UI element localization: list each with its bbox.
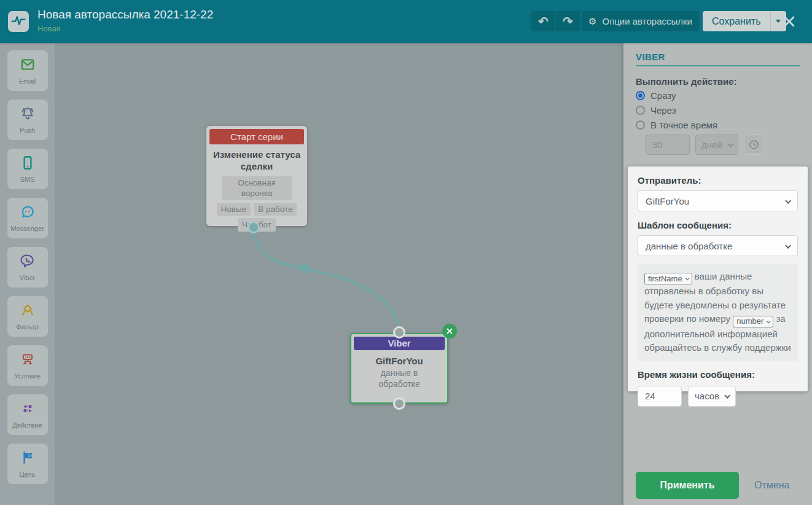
sender-select[interactable]: GiftForYou — [638, 190, 798, 211]
viber-node-output-port[interactable] — [393, 397, 405, 410]
radio-after-delay[interactable]: Через — [636, 105, 717, 115]
email-icon — [20, 57, 36, 75]
save-button-label: Сохранить — [712, 16, 761, 27]
sidebar-item-label: Email — [19, 77, 36, 85]
sidebar-item-email[interactable]: Email — [7, 50, 48, 91]
radio-icon — [636, 120, 645, 130]
start-node-title: Изменение статуса сделки — [206, 149, 307, 173]
radio-exact-time[interactable]: В точное время — [636, 120, 717, 130]
chevron-down-icon — [685, 276, 689, 281]
flow-canvas[interactable]: Старт серии Изменение статуса сделки Осн… — [55, 43, 623, 505]
variable-select-number[interactable]: number — [733, 316, 773, 327]
sender-label: Отправитель: — [638, 175, 798, 186]
chevron-down-icon — [727, 141, 733, 147]
close-x-icon — [783, 15, 796, 28]
close-button[interactable] — [783, 15, 796, 28]
tag: Новые — [217, 203, 251, 216]
variable-select-firstname[interactable]: firstName — [644, 273, 692, 284]
redo-button[interactable]: ↷ — [556, 11, 580, 31]
sidebar-item-label: SMS — [20, 176, 35, 183]
ttl-row: часов — [638, 386, 798, 407]
page-subtitle: Новая — [37, 24, 61, 33]
gear-icon: ⚙ — [588, 17, 596, 26]
delete-node-button[interactable] — [442, 324, 457, 339]
viber-node-input-port[interactable] — [393, 326, 405, 339]
chevron-down-icon — [785, 197, 791, 203]
chevron-down-icon — [724, 393, 730, 399]
delay-unit-value: дней — [701, 139, 722, 150]
start-node-output-port[interactable] — [248, 221, 260, 233]
options-button-label: Опции авторассылки — [602, 16, 692, 26]
radio-label: Сразу — [650, 90, 676, 101]
sidebar-item-push[interactable]: Push — [7, 100, 48, 140]
radio-selected-icon — [636, 91, 645, 100]
chevron-down-icon — [767, 319, 771, 323]
close-x-icon — [447, 328, 453, 334]
ttl-label: Время жизни сообщения: — [638, 369, 798, 380]
sidebar-item-label: Фильтр — [16, 323, 39, 331]
radio-label: В точное время — [650, 120, 717, 130]
viber-node[interactable]: Viber GiftForYou данные в обработке — [350, 333, 448, 404]
sender-value: GiftForYou — [646, 196, 689, 206]
apply-button[interactable]: Применить — [636, 472, 739, 499]
blocks-sidebar: Email Push SMS Messenger Viber Фильтр Ус… — [0, 43, 55, 505]
ttl-unit-value: часов — [695, 391, 719, 401]
undo-redo-group: ↶ ↷ — [531, 11, 580, 31]
action-timing-radio-group: Сразу Через В точное время — [636, 90, 717, 130]
template-value: данные в обработке — [646, 241, 732, 251]
radio-immediately[interactable]: Сразу — [636, 90, 717, 100]
panel-title: VIBER — [636, 52, 665, 62]
connection-wire — [55, 43, 623, 505]
template-select[interactable]: данные в обработке — [638, 235, 798, 256]
viber-icon — [20, 253, 36, 272]
sidebar-item-messenger[interactable]: Messenger — [7, 198, 48, 238]
messenger-icon — [20, 204, 36, 222]
undo-button[interactable]: ↶ — [531, 11, 555, 31]
ttl-unit-select[interactable]: часов — [688, 386, 736, 407]
save-split-button: Сохранить — [703, 11, 786, 31]
filter-icon — [20, 302, 36, 321]
sidebar-item-filter[interactable]: Фильтр — [7, 296, 48, 337]
schedule-time-button[interactable] — [744, 135, 764, 155]
delay-value-input[interactable] — [646, 135, 690, 155]
sidebar-item-label: Условие — [14, 372, 41, 380]
viber-node-template: данные в обработке — [374, 367, 424, 390]
wire-midpoint-handle — [300, 264, 310, 273]
chevron-down-icon — [785, 242, 791, 248]
undo-icon: ↶ — [538, 14, 548, 29]
chevron-down-icon — [776, 20, 781, 23]
tag: Основная воронка — [222, 176, 292, 200]
page-title: Новая авторассылка 2021-12-22 — [37, 8, 213, 22]
sidebar-item-viber[interactable]: Viber — [7, 247, 48, 288]
sms-phone-icon — [20, 155, 36, 173]
sidebar-item-label: Viber — [20, 274, 35, 281]
cancel-link[interactable]: Отмена — [754, 480, 789, 491]
variable-value: firstName — [648, 273, 682, 285]
sidebar-item-sms[interactable]: SMS — [7, 149, 48, 189]
message-preview: firstName ваши данные отправлены в обраб… — [638, 264, 798, 361]
sidebar-item-label: Push — [20, 127, 35, 134]
start-node-header: Старт серии — [209, 129, 304, 144]
autoflow-options-button[interactable]: ⚙ Опции авторассылки — [582, 11, 699, 31]
sidebar-item-action[interactable]: Действие — [7, 394, 48, 435]
sidebar-item-label: Messenger — [10, 225, 44, 232]
pulse-icon — [10, 12, 26, 31]
push-bell-icon — [20, 106, 36, 124]
action-timing-label: Выполнить действие: — [636, 76, 737, 87]
save-button[interactable]: Сохранить — [703, 11, 770, 31]
template-label: Шаблон сообщения: — [638, 220, 798, 230]
clock-icon — [748, 139, 760, 151]
sidebar-item-label: Цель — [19, 471, 35, 478]
viber-node-header: Viber — [354, 337, 445, 350]
start-node[interactable]: Старт серии Изменение статуса сделки Осн… — [206, 126, 307, 226]
radio-icon — [636, 106, 645, 115]
condition-icon — [20, 351, 36, 370]
delay-settings-row: дней — [646, 135, 764, 155]
sidebar-item-goal[interactable]: Цель — [7, 444, 48, 484]
delay-unit-select[interactable]: дней — [695, 135, 738, 155]
sidebar-item-condition[interactable]: Условие — [7, 345, 48, 386]
redo-icon: ↷ — [563, 14, 573, 29]
settings-panel: VIBER Выполнить действие: Сразу Через В … — [623, 43, 812, 505]
goal-flag-icon — [20, 450, 36, 468]
ttl-value-input[interactable] — [638, 386, 682, 407]
